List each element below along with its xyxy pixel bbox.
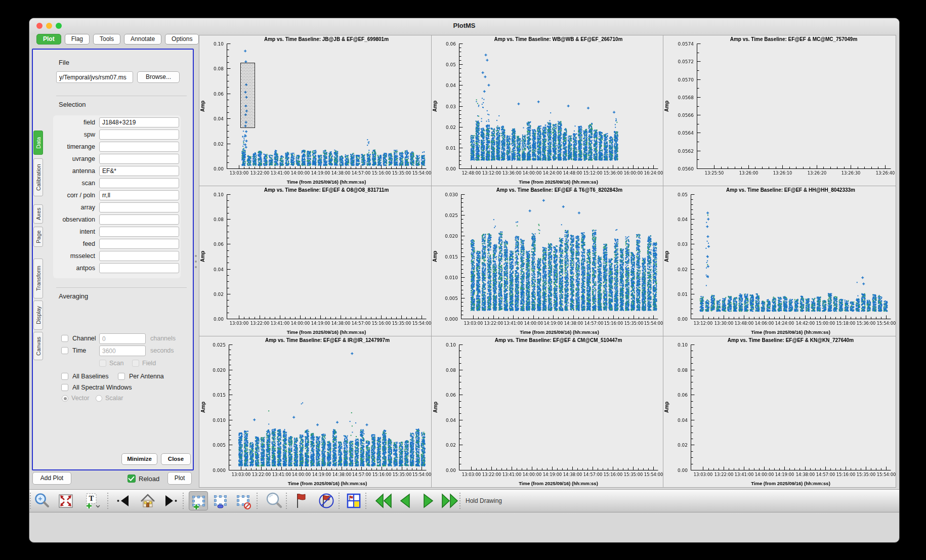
subtract-region-icon[interactable] — [211, 491, 230, 510]
scan-avg-label: Scan — [109, 360, 124, 367]
time-avg-label: Time — [72, 347, 86, 354]
plot-ylabel: Amp — [664, 194, 670, 319]
panel-splitter-handle[interactable] — [194, 255, 197, 268]
plot-title: Amp vs. Time Baseline: EF@EF & IR@IR_124… — [229, 337, 426, 343]
first-plot-icon[interactable] — [374, 491, 393, 510]
time-avg-checkbox[interactable] — [61, 347, 68, 354]
stretch-tool-icon[interactable] — [56, 491, 75, 510]
plot-title: Amp vs. Time Baseline: JB@JB & EF@EF_699… — [227, 36, 426, 42]
plot-panel-4: Amp vs. Time Baseline: EF@EF & O8@O8_831… — [199, 186, 432, 336]
side-tab-display[interactable]: Display — [33, 300, 43, 330]
zoom-tool-icon[interactable] — [32, 491, 52, 510]
selection-input-spw[interactable] — [99, 130, 179, 140]
side-tab-transform[interactable]: Transform — [33, 259, 43, 298]
side-tab-canvas[interactable]: Canvas — [33, 332, 43, 360]
prev-plot-icon[interactable] — [396, 491, 415, 510]
tab-annotate[interactable]: Annotate — [124, 34, 161, 45]
file-path-input[interactable] — [56, 71, 133, 83]
last-plot-icon[interactable] — [440, 491, 459, 510]
toolbar-separator — [339, 493, 340, 509]
field-avg-checkbox[interactable] — [132, 360, 139, 367]
side-tab-axes[interactable]: Axes — [33, 204, 43, 224]
tab-tools[interactable]: Tools — [93, 34, 120, 45]
selection-input-msselect[interactable] — [99, 251, 179, 261]
channel-avg-checkbox[interactable] — [61, 335, 68, 342]
forward-icon[interactable] — [160, 491, 180, 510]
plot-canvas-2[interactable] — [432, 35, 663, 186]
plot-canvas-5[interactable] — [432, 186, 663, 336]
all-baselines-checkbox[interactable] — [61, 373, 68, 380]
selection-input-antenna[interactable] — [99, 166, 179, 176]
plot-canvas-8[interactable] — [432, 336, 663, 487]
selection-label-antenna: antenna — [43, 167, 95, 175]
plot-options-panel: DataCalibrationAxesPageTransformDisplayC… — [32, 49, 194, 470]
selection-input-uvrange[interactable] — [99, 154, 179, 164]
scan-avg-checkbox[interactable] — [99, 360, 106, 367]
vector-radio[interactable] — [62, 395, 68, 402]
reload-checkbox[interactable] — [128, 475, 136, 483]
side-tab-calibration[interactable]: Calibration — [33, 158, 43, 196]
plot-panel-8: Amp vs. Time Baseline: EF@EF & CM@CM_510… — [432, 336, 663, 487]
selection-input-feed[interactable] — [99, 239, 179, 249]
next-plot-icon[interactable] — [418, 491, 437, 510]
plot-xlabel: Time (from 2025/09/16) (hh:mm:ss) — [461, 329, 658, 335]
clear-regions-icon[interactable] — [234, 491, 253, 510]
tab-plot[interactable]: Plot — [36, 34, 61, 45]
plot-canvas-9[interactable] — [663, 336, 896, 487]
selection-input-corrpoln[interactable] — [99, 190, 179, 200]
annotate-text-icon[interactable]: T — [82, 491, 101, 510]
selection-label-antpos: antpos — [43, 265, 95, 272]
back-icon[interactable] — [114, 491, 134, 510]
toolbar-separator — [30, 493, 31, 509]
minimize-panel-button[interactable]: Minimize — [121, 453, 157, 465]
plot-xlabel: Time (from 2025/09/16) (hh:mm:ss) — [229, 481, 426, 486]
selection-input-timerange[interactable] — [99, 142, 179, 152]
browse-button[interactable]: Browse... — [137, 71, 180, 83]
per-antenna-label: Per Antenna — [129, 373, 164, 380]
plot-canvas-1[interactable] — [199, 35, 431, 186]
plot-canvas-4[interactable] — [199, 186, 431, 336]
zoom-regions-icon[interactable] — [265, 491, 284, 510]
per-antenna-checkbox[interactable] — [118, 373, 125, 380]
plot-xlabel: Time (from 2025/09/16) (hh:mm:ss) — [691, 329, 891, 335]
selection-input-array[interactable] — [99, 202, 179, 212]
selection-input-field[interactable] — [99, 117, 179, 127]
toolbar-separator — [365, 493, 366, 509]
plot-canvas-6[interactable] — [663, 186, 896, 336]
flag-icon[interactable] — [291, 491, 311, 510]
close-panel-button[interactable]: Close — [161, 453, 191, 465]
unflag-icon[interactable] — [317, 491, 336, 510]
plot-canvas-3[interactable] — [663, 35, 896, 186]
plot-button[interactable]: Plot — [167, 472, 192, 485]
all-spw-checkbox[interactable] — [61, 384, 68, 391]
time-unit-label: seconds — [150, 347, 174, 354]
time-avg-input[interactable] — [99, 346, 146, 356]
channel-avg-input[interactable] — [99, 333, 146, 344]
plot-canvas-7[interactable] — [199, 336, 431, 487]
selection-input-antpos[interactable] — [99, 263, 179, 273]
selection-input-scan[interactable] — [99, 178, 179, 188]
all-spw-label: All Spectral Windows — [72, 384, 132, 391]
plot-title: Amp vs. Time Baseline: EF@EF & CM@CM_510… — [459, 337, 658, 343]
plot-ylabel: Amp — [664, 344, 670, 470]
home-icon[interactable] — [138, 491, 157, 510]
tab-options[interactable]: Options — [165, 34, 199, 45]
side-tab-data[interactable]: Data — [33, 131, 43, 155]
scalar-radio[interactable] — [96, 395, 102, 402]
plot-ylabel: Amp — [200, 194, 206, 319]
selection-label-feed: feed — [43, 240, 95, 247]
side-tab-page[interactable]: Page — [33, 227, 43, 247]
window-title: PlotMS — [29, 22, 899, 29]
svg-text:T: T — [89, 494, 94, 502]
hold-drawing-toggle[interactable]: Hold Drawing — [466, 497, 502, 504]
plot-summary-icon[interactable] — [344, 491, 363, 510]
add-plot-button[interactable]: Add Plot — [32, 472, 71, 485]
new-region-icon[interactable] — [189, 491, 208, 510]
selection-input-observation[interactable] — [99, 214, 179, 225]
plot-panel-5: Amp vs. Time Baseline: EF@EF & T6@T6_820… — [432, 186, 663, 336]
toolbar-separator — [286, 493, 287, 509]
scalar-radio-label: Scalar — [105, 395, 123, 402]
plot-title: Amp vs. Time Baseline: EF@EF & T6@T6_820… — [461, 187, 658, 193]
selection-input-intent[interactable] — [99, 227, 179, 237]
tab-flag[interactable]: Flag — [65, 34, 90, 45]
